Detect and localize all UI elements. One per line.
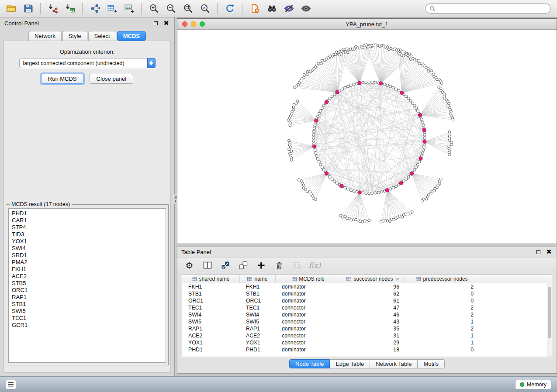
delete-table-button[interactable] bbox=[291, 260, 302, 271]
mcds-result-item[interactable]: YOX1 bbox=[9, 238, 166, 245]
table-settings-button[interactable]: ⚙ bbox=[184, 260, 195, 271]
delete-column-button[interactable] bbox=[273, 260, 284, 271]
copy-style-button[interactable] bbox=[248, 2, 261, 15]
table-cell: ACE2 bbox=[240, 332, 276, 339]
column-header-predecessor-nodes[interactable]: predecessor nodes bbox=[405, 275, 479, 283]
zoom-fit-button[interactable] bbox=[181, 2, 194, 15]
column-type-icon bbox=[346, 277, 351, 281]
tab-network-table[interactable]: Network Table bbox=[370, 359, 418, 368]
import-network-button[interactable] bbox=[46, 2, 59, 15]
status-menu-button[interactable] bbox=[6, 380, 16, 389]
table-row[interactable]: STB1STB1dominator620 bbox=[182, 290, 552, 297]
table-cell: RAP1 bbox=[182, 325, 240, 332]
table-scrollbar[interactable] bbox=[547, 283, 552, 357]
column-header-successor-nodes[interactable]: successor nodes bbox=[341, 275, 405, 283]
column-label: name bbox=[254, 276, 267, 282]
import-table-button[interactable] bbox=[63, 2, 76, 15]
table-row[interactable]: ACE2ACE2connector311 bbox=[182, 332, 552, 339]
save-session-button[interactable] bbox=[21, 2, 35, 15]
trash-icon bbox=[274, 260, 284, 271]
table-row[interactable]: ORC1ORC1dominator610 bbox=[182, 297, 552, 304]
tab-mcds[interactable]: MCDS bbox=[117, 31, 146, 41]
function-builder-button[interactable]: f(x) bbox=[309, 260, 320, 271]
mcds-result-item[interactable]: PHD1 bbox=[9, 210, 166, 217]
column-header-name[interactable]: name bbox=[240, 275, 276, 283]
table-toolbar: ⚙ f(x) bbox=[177, 257, 557, 273]
search-input[interactable] bbox=[438, 6, 547, 12]
tab-network[interactable]: Network bbox=[28, 31, 62, 41]
unselect-all-columns-button[interactable] bbox=[238, 260, 249, 271]
mcds-result-item[interactable]: SRD1 bbox=[9, 252, 166, 259]
mcds-result-item[interactable]: FKH1 bbox=[9, 266, 166, 273]
traffic-lights bbox=[182, 21, 205, 27]
column-label: MCDS role bbox=[299, 276, 325, 282]
create-column-button[interactable] bbox=[256, 260, 266, 271]
show-columns-button[interactable] bbox=[202, 260, 213, 271]
mcds-result-item[interactable]: ORC1 bbox=[9, 287, 166, 294]
mcds-result-item[interactable]: ACE2 bbox=[9, 273, 166, 280]
panel-splitter[interactable] bbox=[174, 194, 177, 204]
open-file-button[interactable] bbox=[4, 2, 17, 15]
scrollbar-thumb[interactable] bbox=[548, 287, 551, 338]
table-cell: ORC1 bbox=[182, 297, 240, 304]
tab-style[interactable]: Style bbox=[62, 31, 87, 41]
hide-details-button[interactable] bbox=[282, 2, 295, 15]
close-table-panel-button[interactable]: ✖ bbox=[545, 248, 553, 256]
mcds-result-item[interactable]: SWI5 bbox=[9, 308, 166, 315]
column-header-shared-name[interactable]: shared name bbox=[182, 275, 240, 283]
table-row[interactable]: YOX1YOX1connector291 bbox=[182, 339, 552, 346]
apply-layout-button[interactable] bbox=[223, 2, 236, 15]
table-row[interactable]: SWI4SWI4dominator462 bbox=[182, 311, 552, 318]
column-header-mcds-role[interactable]: MCDS role bbox=[276, 275, 341, 283]
tab-select[interactable]: Select bbox=[88, 31, 116, 41]
select-all-columns-button[interactable] bbox=[220, 260, 231, 271]
table-row[interactable]: RAP1RAP1dominator352 bbox=[182, 325, 552, 332]
tab-motifs[interactable]: Motifs bbox=[418, 359, 445, 368]
table-cell: TEC1 bbox=[240, 304, 276, 311]
mcds-result-item[interactable]: RAP1 bbox=[9, 294, 166, 301]
show-details-button[interactable] bbox=[299, 2, 312, 15]
mcds-result-item[interactable]: STB1 bbox=[9, 301, 166, 308]
table-cell: STB1 bbox=[240, 290, 276, 297]
tab-node-table[interactable]: Node Table bbox=[289, 359, 330, 368]
mcds-result-item[interactable]: PMA2 bbox=[9, 259, 166, 266]
first-neighbors-button[interactable] bbox=[265, 2, 278, 15]
network-canvas[interactable] bbox=[177, 30, 557, 244]
zoom-out-button[interactable] bbox=[164, 2, 177, 15]
table-row[interactable]: PHD1PHD1dominator180 bbox=[182, 346, 552, 353]
column-type-icon bbox=[416, 277, 421, 281]
table-row[interactable]: SWI5SWI5connector431 bbox=[182, 318, 552, 325]
criterion-dropdown[interactable]: largest connected component (undirected) bbox=[19, 58, 156, 68]
export-network-button[interactable] bbox=[88, 2, 101, 15]
table-row[interactable]: FKH1FKH1dominator962 bbox=[182, 283, 552, 290]
table-cell: PHD1 bbox=[182, 346, 240, 353]
table-cell: 0 bbox=[405, 290, 479, 297]
mcds-result-item[interactable]: TEC1 bbox=[9, 315, 166, 322]
close-window-icon[interactable] bbox=[182, 21, 187, 27]
zoom-in-button[interactable] bbox=[147, 2, 160, 15]
mcds-result-list[interactable]: PHD1CAR1STP4TID3YOX1SWI4SRD1PMA2FKH1ACE2… bbox=[8, 208, 166, 363]
mcds-result-item[interactable]: CAR1 bbox=[9, 217, 166, 224]
memory-button[interactable]: Memory bbox=[515, 380, 551, 389]
export-table-button[interactable] bbox=[105, 2, 118, 15]
run-mcds-button[interactable]: Run MCDS bbox=[41, 74, 84, 84]
float-table-panel-button[interactable] bbox=[535, 248, 542, 256]
maximize-window-icon[interactable] bbox=[200, 21, 205, 27]
minimize-window-icon[interactable] bbox=[191, 21, 196, 27]
mcds-result-item[interactable]: SWI4 bbox=[9, 245, 166, 252]
mcds-result-item[interactable]: GCR1 bbox=[9, 322, 166, 329]
mcds-result-item[interactable]: STB5 bbox=[9, 280, 166, 287]
unselect-all-icon bbox=[238, 260, 249, 271]
mcds-result-item[interactable]: TID3 bbox=[9, 231, 166, 238]
column-label: successor nodes bbox=[353, 276, 393, 282]
export-image-button[interactable] bbox=[122, 2, 135, 15]
network-graph[interactable] bbox=[177, 30, 557, 244]
mcds-result-item[interactable]: STP4 bbox=[9, 224, 166, 231]
float-panel-button[interactable] bbox=[152, 20, 159, 27]
zoom-selected-button[interactable] bbox=[198, 2, 211, 15]
table-row[interactable]: TEC1TEC1connector472 bbox=[182, 304, 552, 311]
close-panel-action-button[interactable]: Close panel bbox=[90, 74, 134, 84]
tab-edge-table[interactable]: Edge Table bbox=[330, 359, 370, 368]
network-window-titlebar[interactable]: YPA_prune.txt_1 bbox=[177, 19, 557, 30]
close-panel-button[interactable]: ✖ bbox=[163, 20, 170, 27]
